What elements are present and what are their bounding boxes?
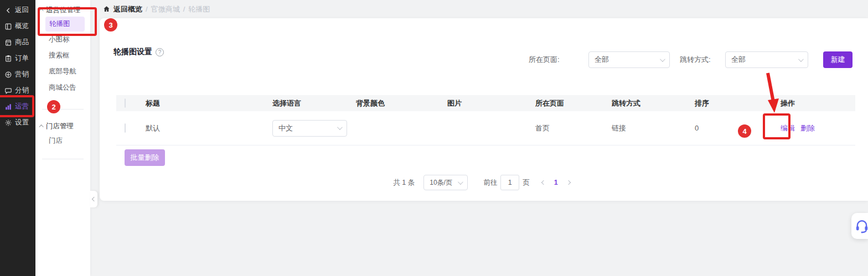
sidebar-collapse-handle[interactable] bbox=[90, 191, 97, 207]
current-page[interactable]: 1 bbox=[554, 179, 558, 186]
chevron-left-icon bbox=[4, 7, 12, 14]
row-title: 默认 bbox=[146, 123, 272, 133]
goods-icon bbox=[4, 39, 12, 46]
sidebar-item-label: 设置 bbox=[15, 118, 29, 127]
distribution-icon bbox=[4, 87, 12, 95]
page-filter-label: 所在页面: bbox=[529, 51, 560, 68]
annotation-step-3-badge: 3 bbox=[104, 18, 117, 32]
create-button[interactable]: 新建 bbox=[823, 51, 852, 68]
row-jump: 链接 bbox=[612, 123, 695, 133]
chevron-left-icon bbox=[91, 197, 96, 201]
customer-service-widget[interactable] bbox=[851, 213, 868, 239]
breadcrumb-carousel[interactable]: 轮播图 bbox=[188, 4, 210, 14]
page-filter-value: 全部 bbox=[595, 55, 609, 65]
prev-page-button[interactable] bbox=[538, 176, 550, 189]
headset-icon bbox=[855, 219, 868, 233]
submenu-item-store[interactable]: 门店 bbox=[35, 133, 90, 149]
carousel-table: 标题 选择语言 背景颜色 图片 所在页面 跳转方式 排序 操作 默认 中文 首页… bbox=[116, 95, 855, 145]
jump-filter-label: 跳转方式: bbox=[680, 51, 711, 68]
select-all-checkbox[interactable] bbox=[125, 98, 126, 108]
annotation-step-4-badge: 4 bbox=[738, 124, 751, 138]
batch-delete-button[interactable]: 批量删除 bbox=[125, 149, 165, 166]
chevron-down-icon bbox=[337, 124, 343, 130]
sidebar-item-label: 商品 bbox=[15, 38, 29, 47]
submenu-item-bottom-nav[interactable]: 底部导航 bbox=[35, 64, 90, 80]
header-language: 选择语言 bbox=[272, 98, 356, 108]
header-title: 标题 bbox=[146, 98, 272, 108]
delete-link[interactable]: 删除 bbox=[800, 123, 815, 133]
sidebar-item-label: 分销 bbox=[15, 86, 29, 95]
sidebar-item-orders[interactable]: 订单 bbox=[0, 50, 35, 66]
annotation-box-operation bbox=[0, 95, 34, 117]
chevron-down-icon bbox=[798, 56, 804, 62]
divider bbox=[42, 159, 84, 159]
pagination: 共 1 条 10条/页 前往 页 1 bbox=[100, 175, 868, 190]
page-size-select[interactable]: 10条/页 bbox=[423, 175, 468, 190]
goto-page-input[interactable] bbox=[500, 175, 519, 190]
header-page: 所在页面 bbox=[535, 98, 612, 108]
group-store-management[interactable]: 门店管理 bbox=[35, 119, 90, 133]
orders-icon bbox=[4, 55, 12, 63]
sidebar-item-label: 营销 bbox=[15, 70, 29, 79]
sidebar-item-marketing[interactable]: 营销 bbox=[0, 66, 35, 82]
header-jump: 跳转方式 bbox=[612, 98, 695, 108]
filter-bar: 所在页面: 全部 跳转方式: 全部 新建 bbox=[100, 51, 868, 68]
breadcrumb: 返回概览 / 官微商城 / 轮播图 bbox=[100, 0, 868, 18]
home-icon bbox=[103, 6, 110, 13]
chevron-right-icon bbox=[566, 180, 570, 185]
breadcrumb-home[interactable]: 返回概览 bbox=[113, 4, 142, 14]
sidebar-item-goods[interactable]: 商品 bbox=[0, 34, 35, 50]
header-actions: 操作 bbox=[781, 98, 855, 108]
annotation-arrow bbox=[760, 71, 784, 117]
chevron-left-icon bbox=[541, 180, 545, 185]
language-value: 中文 bbox=[278, 123, 293, 133]
overview-icon bbox=[4, 23, 12, 30]
submenu-item-mall-notice[interactable]: 商城公告 bbox=[35, 80, 90, 96]
annotation-step-2-badge: 2 bbox=[47, 100, 60, 113]
sidebar-item-label: 概览 bbox=[15, 22, 29, 31]
sidebar-item-back[interactable]: 返回 bbox=[0, 2, 35, 18]
settings-icon bbox=[4, 119, 12, 127]
main-sidebar: 返回 概览 商品 订单 营销 分销 运营 设置 bbox=[0, 0, 35, 276]
breadcrumb-mall[interactable]: 官微商城 bbox=[151, 4, 180, 14]
chevron-down-icon bbox=[660, 56, 665, 62]
table-header-row: 标题 选择语言 背景颜色 图片 所在页面 跳转方式 排序 操作 bbox=[116, 95, 855, 111]
header-image: 图片 bbox=[447, 98, 535, 108]
sub-sidebar: 运营位管理 轮播图 小图标 搜索框 底部导航 商城公告 门店管理 门店 bbox=[35, 0, 90, 276]
row-checkbox[interactable] bbox=[125, 123, 126, 133]
row-actions: 编辑 删除 bbox=[781, 123, 855, 133]
sidebar-item-label: 订单 bbox=[15, 54, 29, 63]
chevron-up-icon bbox=[39, 124, 43, 129]
annotation-box-edit bbox=[763, 113, 790, 139]
next-page-button[interactable] bbox=[562, 176, 575, 189]
chevron-down-icon bbox=[458, 179, 463, 185]
goto-label: 前往 bbox=[483, 178, 497, 188]
page-filter-select[interactable]: 全部 bbox=[588, 51, 670, 68]
annotation-box-carousel bbox=[38, 7, 97, 36]
breadcrumb-separator: / bbox=[183, 5, 185, 13]
row-page: 首页 bbox=[535, 123, 612, 133]
main-content-card: 轮播图设置 ? 所在页面: 全部 跳转方式: 全部 新建 标题 选择语言 背景颜… bbox=[100, 18, 868, 201]
jump-filter-select[interactable]: 全部 bbox=[725, 51, 808, 68]
jump-filter-value: 全部 bbox=[731, 55, 746, 65]
group-title: 门店管理 bbox=[46, 122, 74, 131]
marketing-icon bbox=[4, 71, 12, 79]
header-bg-color: 背景颜色 bbox=[356, 98, 447, 108]
pagination-total: 共 1 条 bbox=[393, 178, 415, 188]
submenu-item-search-box[interactable]: 搜索框 bbox=[35, 48, 90, 64]
sidebar-item-label: 返回 bbox=[15, 6, 29, 15]
page-unit-label: 页 bbox=[523, 178, 530, 188]
sidebar-item-overview[interactable]: 概览 bbox=[0, 18, 35, 34]
page-size-value: 10条/页 bbox=[430, 178, 452, 188]
breadcrumb-separator: / bbox=[146, 5, 148, 13]
language-select[interactable]: 中文 bbox=[272, 120, 347, 137]
